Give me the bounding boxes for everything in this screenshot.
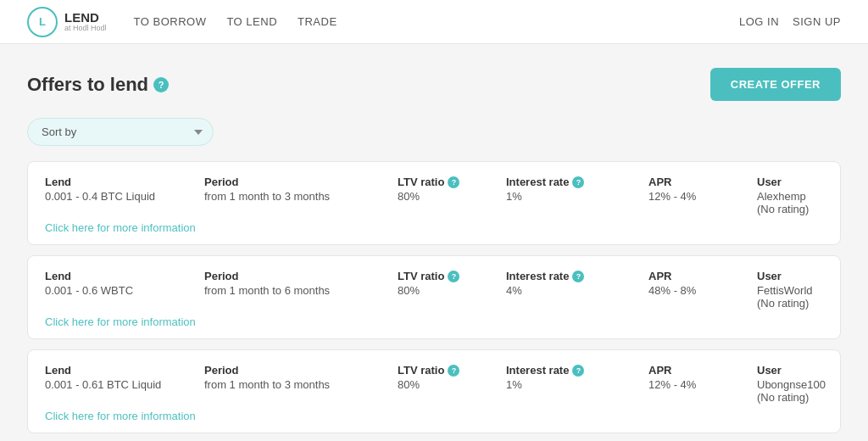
offer-interest-col: Interest rate ? 1%: [506, 364, 642, 404]
offers-list: Lend 0.001 - 0.4 BTC Liquid Period from …: [27, 161, 841, 441]
offer-more-info-link[interactable]: Click here for more information: [45, 315, 196, 328]
page-title-area: Offers to lend ?: [27, 74, 169, 96]
main-content: Offers to lend ? CREATE OFFER Sort by Le…: [0, 44, 868, 441]
page-title-info-icon[interactable]: ?: [153, 77, 169, 92]
offer-lend-col: Lend 0.001 - 0.61 BTC Liquid: [45, 364, 198, 404]
offer-card: Lend 0.001 - 0.61 BTC Liquid Period from…: [27, 349, 841, 433]
nav-link-lend[interactable]: TO LEND: [226, 15, 277, 28]
offer-period-value: from 1 month to 3 months: [204, 190, 391, 203]
offer-ltv-header: LTV ratio ?: [398, 364, 499, 377]
page-title: Offers to lend: [27, 74, 148, 96]
ltv-info-icon[interactable]: ?: [448, 365, 459, 377]
offer-interest-value: 4%: [506, 284, 642, 297]
sort-select[interactable]: Sort by: [27, 118, 214, 146]
offer-interest-header: Interest rate ?: [506, 364, 642, 377]
offer-user-value: Ubongnse100 (No rating): [757, 378, 826, 404]
nav-link-borrow[interactable]: TO BORROW: [134, 15, 207, 28]
offer-lend-col: Lend 0.001 - 0.4 BTC Liquid: [45, 176, 198, 215]
offer-user-col: User Ubongnse100 (No rating): [757, 364, 826, 404]
offer-user-header: User: [757, 176, 823, 188]
offer-ltv-value: 80%: [398, 190, 499, 203]
offer-lend-col: Lend 0.001 - 0.6 WBTC: [45, 270, 198, 310]
offer-lend-value: 0.001 - 0.61 BTC Liquid: [45, 378, 198, 391]
sort-bar: Sort by: [27, 118, 841, 146]
offer-period-value: from 1 month to 6 months: [204, 284, 391, 297]
offer-apr-header: APR: [648, 364, 750, 377]
offer-row-headers: Lend 0.001 - 0.61 BTC Liquid Period from…: [45, 364, 823, 404]
ltv-info-icon[interactable]: ?: [448, 271, 459, 282]
offer-user-col: User Alexhemp (No rating): [757, 176, 823, 215]
offer-apr-value: 12% - 4%: [648, 378, 750, 391]
offer-period-header: Period: [204, 364, 391, 377]
brand-name: LEND: [64, 11, 107, 24]
offer-apr-value: 48% - 8%: [648, 284, 750, 297]
offer-row-headers: Lend 0.001 - 0.4 BTC Liquid Period from …: [45, 176, 823, 215]
signup-link[interactable]: SIGN UP: [793, 15, 841, 28]
offer-interest-col: Interest rate ? 4%: [506, 270, 642, 310]
create-offer-button[interactable]: CREATE OFFER: [710, 68, 841, 101]
offer-interest-value: 1%: [506, 190, 642, 203]
offer-user-value: FettisWorld (No rating): [757, 284, 823, 310]
login-link[interactable]: LOG IN: [739, 15, 779, 28]
brand-sub: at Hodl Hodl: [64, 24, 107, 32]
offer-user-value: Alexhemp (No rating): [757, 190, 823, 215]
offer-interest-value: 1%: [506, 378, 642, 391]
offer-apr-col: APR 12% - 4%: [648, 364, 750, 404]
offer-ltv-value: 80%: [398, 284, 499, 297]
offer-period-header: Period: [204, 270, 391, 282]
offer-lend-value: 0.001 - 0.6 WBTC: [45, 284, 198, 297]
offer-lend-header: Lend: [45, 364, 198, 377]
nav-links: TO BORROW TO LEND TRADE: [134, 15, 337, 28]
offer-user-col: User FettisWorld (No rating): [757, 270, 823, 310]
offer-ltv-header: LTV ratio ?: [398, 176, 499, 188]
offer-interest-header: Interest rate ?: [506, 176, 642, 188]
offer-period-col: Period from 1 month to 3 months: [204, 364, 391, 404]
nav-link-trade[interactable]: TRADE: [298, 15, 337, 28]
offer-more-info-link[interactable]: Click here for more information: [45, 221, 196, 234]
offer-more-info-link[interactable]: Click here for more information: [45, 410, 196, 422]
interest-info-icon[interactable]: ?: [572, 271, 584, 282]
offer-card: Lend 0.001 - 0.4 BTC Liquid Period from …: [27, 161, 841, 245]
interest-info-icon[interactable]: ?: [572, 176, 584, 188]
offer-ltv-col: LTV ratio ? 80%: [398, 176, 499, 215]
offer-interest-header: Interest rate ?: [506, 270, 642, 282]
nav-auth-area: LOG IN SIGN UP: [739, 15, 841, 28]
offer-apr-col: APR 12% - 4%: [648, 176, 750, 215]
offer-period-value: from 1 month to 3 months: [204, 378, 391, 391]
offer-ltv-col: LTV ratio ? 80%: [398, 270, 499, 310]
brand-logo: L: [27, 7, 58, 37]
page-header: Offers to lend ? CREATE OFFER: [27, 68, 841, 101]
offer-lend-value: 0.001 - 0.4 BTC Liquid: [45, 190, 198, 203]
offer-period-col: Period from 1 month to 6 months: [204, 270, 391, 310]
offer-lend-header: Lend: [45, 176, 198, 188]
offer-period-col: Period from 1 month to 3 months: [204, 176, 391, 215]
offer-apr-header: APR: [648, 176, 750, 188]
offer-card: Lend 0.001 - 0.6 WBTC Period from 1 mont…: [27, 255, 841, 339]
offer-user-header: User: [757, 364, 826, 377]
offer-interest-col: Interest rate ? 1%: [506, 176, 642, 215]
navbar: L LEND at Hodl Hodl TO BORROW TO LEND TR…: [0, 0, 868, 44]
offer-apr-value: 12% - 4%: [648, 190, 750, 203]
brand-text: LEND at Hodl Hodl: [64, 11, 107, 32]
offer-lend-header: Lend: [45, 270, 198, 282]
offer-apr-col: APR 48% - 8%: [648, 270, 750, 310]
offer-ltv-value: 80%: [398, 378, 499, 391]
offer-row-headers: Lend 0.001 - 0.6 WBTC Period from 1 mont…: [45, 270, 823, 310]
brand: L LEND at Hodl Hodl: [27, 7, 107, 37]
ltv-info-icon[interactable]: ?: [448, 176, 459, 188]
interest-info-icon[interactable]: ?: [572, 365, 584, 377]
offer-ltv-col: LTV ratio ? 80%: [398, 364, 499, 404]
offer-user-header: User: [757, 270, 823, 282]
offer-ltv-header: LTV ratio ?: [398, 270, 499, 282]
offer-period-header: Period: [204, 176, 391, 188]
offer-apr-header: APR: [648, 270, 750, 282]
